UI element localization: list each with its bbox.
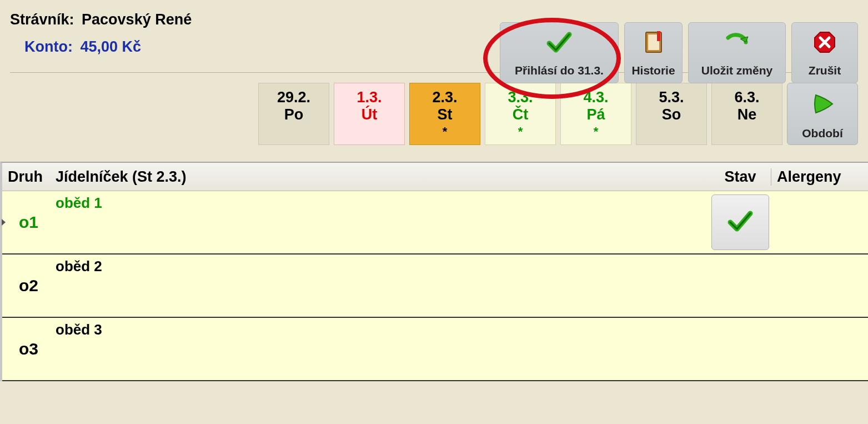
current-row-marker-icon — [2, 219, 6, 226]
table-row[interactable]: o3oběd 3 — [2, 318, 868, 381]
stav-toggle-button[interactable] — [711, 194, 769, 250]
alergeny-cell — [771, 255, 868, 317]
meal-name: oběd 3 — [56, 321, 710, 338]
konto-value: 45,00 Kč — [80, 38, 141, 56]
stravnik-value: Pacovský René — [82, 11, 192, 28]
save-button[interactable]: Uložit změny — [688, 22, 786, 83]
save-label: Uložit změny — [701, 64, 772, 77]
day-tab[interactable]: 1.3.Út* — [334, 83, 405, 145]
day-date: 29.2. — [277, 89, 310, 106]
register-until-label: Přihlásí do 31.3. — [515, 64, 604, 77]
col-header-druh: Druh — [2, 168, 51, 186]
day-date: 6.3. — [734, 89, 759, 106]
table-row[interactable]: o2oběd 2 — [2, 255, 868, 318]
day-date: 1.3. — [357, 89, 382, 106]
meal-name: oběd 2 — [56, 258, 710, 275]
day-dow: So — [662, 106, 681, 123]
day-tab[interactable]: 4.3.Pá* — [560, 83, 631, 145]
meal-code: o1 — [2, 191, 51, 253]
konto-label: Konto: — [24, 38, 73, 56]
period-button[interactable]: Období — [787, 83, 858, 145]
meal-code: o2 — [2, 255, 51, 317]
register-until-button[interactable]: Přihlásí do 31.3. — [500, 22, 619, 83]
day-dow: Út — [362, 106, 378, 123]
check-icon — [546, 29, 573, 58]
day-star: * — [518, 124, 523, 138]
day-dow: St — [438, 106, 453, 123]
day-tab[interactable]: 2.3.St* — [409, 83, 480, 145]
save-arrow-icon — [724, 29, 750, 58]
meal-code: o3 — [2, 318, 51, 380]
stravnik-label: Strávník: — [10, 11, 74, 28]
day-tab[interactable]: 5.3.So* — [636, 83, 707, 145]
day-dow: Ne — [737, 106, 757, 123]
day-star: * — [443, 124, 448, 138]
alergeny-cell — [771, 191, 868, 253]
table-row[interactable]: o1oběd 1 — [2, 191, 868, 255]
day-date: 2.3. — [432, 89, 457, 106]
alergeny-cell — [771, 318, 868, 380]
day-date: 5.3. — [659, 89, 684, 106]
svg-rect-2 — [657, 31, 660, 41]
day-tab[interactable]: 6.3.Ne* — [711, 83, 782, 145]
close-icon — [814, 31, 836, 56]
day-dow: Po — [284, 106, 304, 123]
book-icon — [640, 29, 667, 58]
day-star: * — [594, 124, 599, 138]
cancel-label: Zrušit — [809, 64, 841, 77]
col-header-jidelnicek: Jídelníček (St 2.3.) — [51, 168, 710, 186]
history-label: Historie — [631, 64, 675, 77]
history-button[interactable]: Historie — [624, 22, 683, 83]
play-icon — [809, 91, 836, 120]
day-tab[interactable]: 3.3.Čt* — [485, 83, 556, 145]
col-header-stav: Stav — [710, 168, 771, 186]
check-icon — [727, 208, 754, 237]
period-label: Období — [802, 127, 842, 140]
day-dow: Čt — [513, 106, 529, 123]
day-tab[interactable]: 29.2.Po* — [258, 83, 329, 145]
day-dow: Pá — [586, 106, 605, 123]
day-date: 4.3. — [583, 89, 608, 106]
cancel-button[interactable]: Zrušit — [791, 22, 858, 83]
meal-name: oběd 1 — [56, 194, 710, 212]
day-date: 3.3. — [508, 89, 533, 106]
col-header-alergeny: Alergeny — [771, 168, 868, 186]
